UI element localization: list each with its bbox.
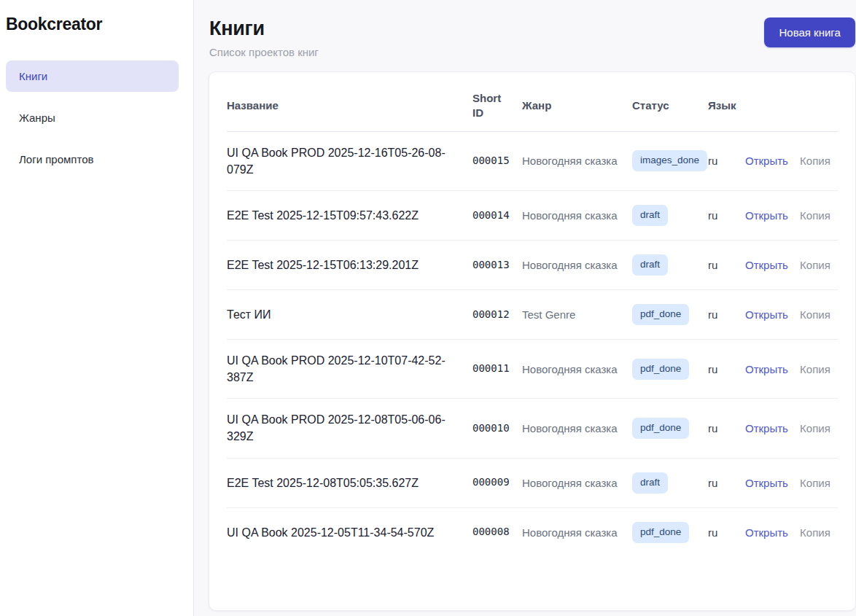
table-row: UI QA Book PROD 2025-12-16T05-26-08-079Z… bbox=[227, 132, 838, 190]
book-title: UI QA Book 2025-12-05T11-34-54-570Z bbox=[227, 512, 472, 553]
status-badge: pdf_done bbox=[632, 359, 689, 380]
status-badge: pdf_done bbox=[632, 304, 689, 325]
book-genre: Новогодняя сказка bbox=[522, 408, 632, 448]
sidebar-item-books[interactable]: Книги bbox=[6, 61, 179, 92]
book-status-cell: pdf_done bbox=[632, 510, 708, 555]
main-content: Книги Список проектов книг Новая книга Н… bbox=[194, 0, 856, 616]
open-link[interactable]: Открыть bbox=[745, 155, 788, 167]
book-genre: Новогодняя сказка bbox=[522, 512, 632, 553]
open-link[interactable]: Открыть bbox=[745, 209, 788, 222]
column-header-genre: Жанр bbox=[522, 98, 632, 113]
book-genre: Новогодняя сказка bbox=[522, 463, 632, 503]
book-lang: ru bbox=[708, 512, 745, 553]
page-header: Книги Список проектов книг Новая книга bbox=[209, 17, 856, 58]
open-link[interactable]: Открыть bbox=[745, 477, 788, 489]
book-short-id: 000014 bbox=[472, 196, 522, 235]
book-status-cell: pdf_done bbox=[632, 292, 708, 338]
book-title: UI QA Book PROD 2025-12-08T05-06-06-329Z bbox=[227, 399, 472, 457]
table-row: Тест ИИ 000012 Test Genre pdf_done ru От… bbox=[227, 289, 838, 339]
book-status-cell: pdf_done bbox=[632, 405, 708, 451]
book-short-id: 000013 bbox=[472, 246, 522, 285]
row-actions: Открыть Копия bbox=[745, 512, 838, 553]
sidebar-nav: Книги Жанры Логи промптов bbox=[6, 61, 179, 175]
book-short-id: 000011 bbox=[472, 349, 522, 389]
sidebar: Bookcreator Книги Жанры Логи промптов bbox=[0, 0, 194, 616]
page-subtitle: Список проектов книг bbox=[209, 46, 319, 58]
book-title: E2E Test 2025-12-15T06:13:29.201Z bbox=[227, 244, 472, 286]
book-title: UI QA Book PROD 2025-12-16T05-26-08-079Z bbox=[227, 132, 472, 190]
table-row: E2E Test 2025-12-08T05:05:35.627Z 000009… bbox=[227, 458, 838, 507]
status-badge: pdf_done bbox=[632, 418, 689, 439]
row-actions: Открыть Копия bbox=[745, 408, 838, 448]
table-row: UI QA Book PROD 2025-12-10T07-42-52-387Z… bbox=[227, 339, 838, 398]
book-short-id: 000009 bbox=[472, 463, 522, 502]
book-status-cell: pdf_done bbox=[632, 346, 708, 392]
book-lang: ru bbox=[708, 463, 745, 503]
book-genre: Test Genre bbox=[522, 295, 632, 335]
page-heading-group: Книги Список проектов книг bbox=[209, 17, 319, 58]
book-title: E2E Test 2025-12-08T05:05:35.627Z bbox=[227, 462, 472, 504]
books-table: Название Short ID Жанр Статус Язык UI QA… bbox=[227, 72, 838, 557]
table-row: E2E Test 2025-12-15T06:13:29.201Z 000013… bbox=[227, 240, 838, 289]
copy-link[interactable]: Копия bbox=[800, 363, 830, 375]
sidebar-item-prompt-logs[interactable]: Логи промптов bbox=[6, 144, 179, 175]
table-row: UI QA Book PROD 2025-12-08T05-06-06-329Z… bbox=[227, 398, 838, 457]
open-link[interactable]: Открыть bbox=[745, 363, 788, 375]
book-table-body: UI QA Book PROD 2025-12-16T05-26-08-079Z… bbox=[227, 132, 838, 557]
status-badge: images_done bbox=[632, 150, 707, 171]
row-actions: Открыть Копия bbox=[745, 295, 838, 335]
column-header-lang: Язык bbox=[708, 98, 745, 113]
book-status-cell: draft bbox=[632, 460, 708, 506]
book-lang: ru bbox=[708, 349, 745, 389]
book-short-id: 000008 bbox=[472, 512, 522, 552]
copy-link[interactable]: Копия bbox=[800, 308, 830, 321]
row-actions: Открыть Копия bbox=[745, 349, 838, 389]
table-row: UI QA Book 2025-12-05T11-34-54-570Z 0000… bbox=[227, 507, 838, 557]
book-lang: ru bbox=[708, 245, 745, 285]
book-short-id: 000010 bbox=[472, 409, 522, 448]
books-table-card: Название Short ID Жанр Статус Язык UI QA… bbox=[209, 71, 856, 611]
open-link[interactable]: Открыть bbox=[745, 308, 788, 321]
row-actions: Открыть Копия bbox=[745, 245, 838, 285]
open-link[interactable]: Открыть bbox=[745, 259, 788, 271]
table-header-row: Название Short ID Жанр Статус Язык bbox=[227, 72, 838, 132]
brand: Bookcreator bbox=[6, 15, 179, 34]
copy-link[interactable]: Копия bbox=[800, 477, 830, 489]
book-title: Тест ИИ bbox=[227, 294, 472, 335]
new-book-button[interactable]: Новая книга bbox=[764, 17, 855, 47]
book-genre: Новогодняя сказка bbox=[522, 349, 632, 389]
copy-link[interactable]: Копия bbox=[800, 209, 830, 222]
column-header-title: Название bbox=[227, 98, 472, 113]
status-badge: draft bbox=[632, 472, 668, 494]
open-link[interactable]: Открыть bbox=[745, 422, 788, 434]
book-status-cell: images_done bbox=[632, 138, 708, 184]
sidebar-item-genres[interactable]: Жанры bbox=[6, 102, 179, 133]
table-row: E2E Test 2025-12-15T09:57:43.622Z 000014… bbox=[227, 190, 838, 240]
book-title: UI QA Book PROD 2025-12-10T07-42-52-387Z bbox=[227, 340, 472, 398]
status-badge: draft bbox=[632, 205, 668, 226]
book-lang: ru bbox=[708, 408, 745, 448]
app: Bookcreator Книги Жанры Логи промптов Кн… bbox=[0, 0, 856, 616]
open-link[interactable]: Открыть bbox=[745, 526, 788, 539]
row-actions: Открыть Копия bbox=[745, 141, 838, 181]
column-header-status: Статус bbox=[632, 98, 708, 113]
book-lang: ru bbox=[708, 141, 745, 181]
copy-link[interactable]: Копия bbox=[800, 526, 830, 539]
book-status-cell: draft bbox=[632, 242, 708, 288]
book-genre: Новогодняя сказка bbox=[522, 195, 632, 235]
book-lang: ru bbox=[708, 295, 745, 335]
page-title: Книги bbox=[209, 17, 319, 40]
book-status-cell: draft bbox=[632, 192, 708, 238]
book-short-id: 000012 bbox=[472, 295, 522, 335]
status-badge: pdf_done bbox=[632, 522, 689, 543]
copy-link[interactable]: Копия bbox=[800, 422, 830, 434]
column-header-short-id: Short ID bbox=[472, 91, 522, 121]
copy-link[interactable]: Копия bbox=[800, 155, 830, 167]
book-title: E2E Test 2025-12-15T09:57:43.622Z bbox=[227, 195, 472, 236]
book-genre: Новогодняя сказка bbox=[522, 245, 632, 285]
row-actions: Открыть Копия bbox=[745, 463, 838, 503]
row-actions: Открыть Копия bbox=[745, 195, 838, 235]
copy-link[interactable]: Копия bbox=[800, 259, 830, 271]
book-short-id: 000015 bbox=[472, 141, 522, 181]
book-genre: Новогодняя сказка bbox=[522, 141, 632, 181]
